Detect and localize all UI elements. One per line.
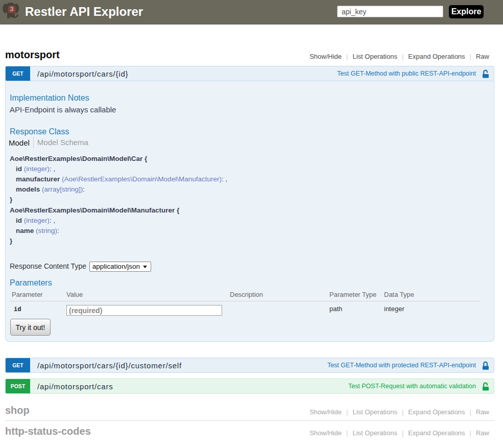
svg-text:3: 3 [10,5,14,13]
